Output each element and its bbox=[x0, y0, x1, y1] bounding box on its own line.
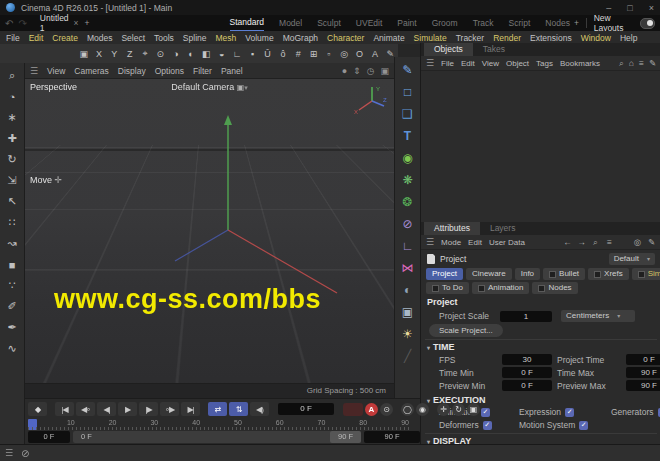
redo-icon[interactable]: ↷ bbox=[18, 18, 26, 29]
edit-render-settings-icon[interactable]: ◧ bbox=[199, 46, 214, 61]
time-field-value[interactable]: 0 F bbox=[502, 367, 552, 378]
objects-menu-item[interactable]: Edit bbox=[461, 59, 475, 68]
menu-item[interactable]: File bbox=[6, 33, 20, 43]
project-scale-field[interactable]: 1 bbox=[500, 311, 552, 322]
playhead[interactable] bbox=[28, 419, 37, 430]
menu-item[interactable]: Edit bbox=[29, 33, 44, 43]
attribute-tab-chip[interactable]: To Do bbox=[426, 282, 469, 294]
viewport-menu-item[interactable]: Options bbox=[155, 66, 184, 76]
axis-x-lock-icon[interactable]: X bbox=[91, 46, 106, 61]
workplane-icon[interactable]: ∟ bbox=[229, 46, 244, 61]
attribute-tab-chip[interactable]: Nodes bbox=[532, 282, 577, 294]
viewport-menu-item[interactable]: Filter bbox=[193, 66, 212, 76]
layout-tab[interactable]: Standard bbox=[230, 15, 265, 32]
preset-dropdown[interactable]: Default▾ bbox=[609, 253, 655, 265]
render-view-icon[interactable]: ⊙ bbox=[153, 46, 168, 61]
time-field-value[interactable]: 0 F bbox=[502, 380, 552, 391]
menu-item[interactable]: Help bbox=[620, 33, 637, 43]
shading-mode-icon[interactable]: ▣ bbox=[76, 46, 91, 61]
interactive-render-icon[interactable]: ◒ bbox=[214, 46, 229, 61]
attribute-tab-chip[interactable]: Xrefs bbox=[588, 268, 629, 280]
objects-menu-item[interactable]: Object bbox=[506, 59, 529, 68]
range-end-field[interactable]: 90 F bbox=[364, 431, 420, 443]
workplane-snap-icon[interactable]: ▫ bbox=[321, 46, 336, 61]
time-field-value[interactable]: 0 F bbox=[626, 354, 660, 365]
menu-item[interactable]: Spline bbox=[183, 33, 207, 43]
new-layouts-button[interactable]: New Layouts bbox=[594, 13, 633, 33]
unit-dropdown[interactable]: Centimeters▾ bbox=[561, 310, 635, 322]
attribute-tab-chip[interactable]: Simulation bbox=[632, 268, 660, 280]
viewport-menu-item[interactable]: Display bbox=[118, 66, 146, 76]
minimize-button[interactable]: – bbox=[606, 3, 611, 13]
filter-icon[interactable]: ≡ bbox=[639, 58, 644, 68]
current-frame-field[interactable]: 0 F bbox=[278, 403, 334, 415]
time-field-value[interactable]: 30 bbox=[502, 354, 552, 365]
panel-tab[interactable]: Attributes bbox=[424, 222, 480, 235]
solo-off-icon[interactable]: O bbox=[352, 46, 367, 61]
layout-tab[interactable]: Model bbox=[279, 16, 302, 31]
checkbox-checked[interactable]: ✓ bbox=[579, 421, 588, 430]
objects-hamburger-icon[interactable]: ☰ bbox=[426, 58, 434, 68]
menu-item[interactable]: MoGraph bbox=[283, 33, 318, 43]
menu-item[interactable]: Extensions bbox=[530, 33, 572, 43]
rectangle-pen-tool-icon[interactable]: ■ bbox=[2, 255, 23, 274]
forward-arrow-icon[interactable]: → bbox=[577, 237, 586, 247]
layout-tab[interactable]: Track bbox=[473, 16, 494, 31]
camera-selector[interactable]: Default Camera ▣▾ bbox=[25, 82, 394, 92]
attribute-tab-chip[interactable]: Bullet bbox=[543, 268, 585, 280]
live-selection-tool-icon[interactable]: ◔ bbox=[2, 87, 23, 106]
undo-icon[interactable]: ↶ bbox=[5, 18, 13, 29]
menu-item[interactable]: Tracker bbox=[456, 33, 485, 43]
render-sphere-icon[interactable]: ● bbox=[342, 66, 347, 76]
quantize-icon[interactable]: # bbox=[291, 46, 306, 61]
layout-tab[interactable]: Sculpt bbox=[317, 16, 341, 31]
curve-pen-tool-icon[interactable]: ↝ bbox=[2, 234, 23, 253]
object-mode-icon[interactable]: ô bbox=[275, 46, 290, 61]
viewport-menu-item[interactable]: Panel bbox=[221, 66, 243, 76]
attributes-menu-item[interactable]: Edit bbox=[468, 238, 482, 247]
tweak-tool-icon[interactable]: ∗ bbox=[2, 108, 23, 127]
goto-end-button[interactable]: ▶| bbox=[181, 402, 200, 416]
attributes-menu-item[interactable]: Mode bbox=[441, 238, 461, 247]
time-icon[interactable]: ◷ bbox=[367, 66, 375, 76]
layout-tab[interactable]: UVEdit bbox=[356, 16, 382, 31]
render-picture-viewer-icon[interactable]: ◐ bbox=[183, 46, 198, 61]
axis-y-lock-icon[interactable]: Y bbox=[107, 46, 122, 61]
timeline-ruler[interactable]: 0102030405060708090 bbox=[28, 419, 410, 430]
status-ok-icon[interactable]: ⊘ bbox=[21, 448, 29, 459]
attributes-hamburger-icon[interactable]: ☰ bbox=[426, 237, 434, 247]
attribute-tab-chip[interactable]: Cineware bbox=[466, 268, 512, 280]
next-frame-button[interactable]: |▶ bbox=[139, 402, 158, 416]
home-icon[interactable]: ⌂ bbox=[629, 58, 634, 68]
pen-tool-icon[interactable]: ✒ bbox=[2, 318, 23, 337]
point-edit-tool-icon[interactable]: ∵ bbox=[2, 276, 23, 295]
search-icon[interactable]: ⌕ bbox=[619, 58, 624, 69]
multi-move-tool-icon[interactable]: ∷ bbox=[2, 213, 23, 232]
panel-tab[interactable]: Takes bbox=[473, 43, 515, 56]
objects-menu-item[interactable]: File bbox=[441, 59, 454, 68]
brush-tool-icon[interactable]: ✐ bbox=[2, 297, 23, 316]
objects-menu-item[interactable]: View bbox=[482, 59, 499, 68]
menu-item[interactable]: Volume bbox=[245, 33, 273, 43]
render-region-icon[interactable]: ◑ bbox=[168, 46, 183, 61]
prev-key-button[interactable]: ◀∘ bbox=[76, 402, 95, 416]
add-document-icon[interactable]: + bbox=[85, 18, 90, 28]
range-slider[interactable]: 0 F 90 F bbox=[73, 431, 361, 443]
scale-tool-icon[interactable]: ⇲ bbox=[2, 171, 23, 190]
axis-z-lock-icon[interactable]: Z bbox=[122, 46, 137, 61]
document-tab[interactable]: Untitled 1 bbox=[40, 13, 69, 33]
document-close-icon[interactable]: × bbox=[74, 18, 79, 28]
add-layout-icon[interactable]: + bbox=[574, 18, 579, 28]
menu-item[interactable]: Animate bbox=[373, 33, 404, 43]
menu-item[interactable]: Mesh bbox=[216, 33, 237, 43]
menu-item[interactable]: Character bbox=[327, 33, 364, 43]
checkbox-checked[interactable]: ✓ bbox=[481, 408, 490, 417]
attribute-tab-chip[interactable]: Project bbox=[426, 268, 463, 280]
viewport-zoom-tool-icon[interactable]: ⌕ bbox=[2, 66, 23, 85]
back-arrow-icon[interactable]: ← bbox=[563, 237, 572, 247]
attribute-tab-chip[interactable]: Animation bbox=[472, 282, 530, 294]
menu-item[interactable]: Tools bbox=[154, 33, 174, 43]
layout-toggle[interactable] bbox=[640, 18, 655, 29]
menu-item[interactable]: Modes bbox=[87, 33, 113, 43]
menu-item[interactable]: Create bbox=[52, 33, 78, 43]
